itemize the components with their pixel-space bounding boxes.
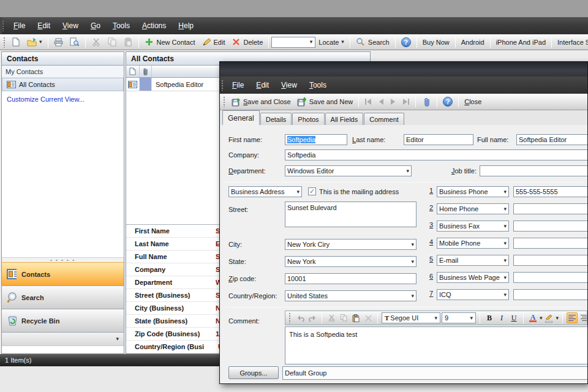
- phone-5-input[interactable]: [513, 255, 587, 266]
- underline-button[interactable]: U: [508, 312, 519, 323]
- phone-7-type-combobox[interactable]: ICQ▾: [437, 289, 509, 300]
- tab-photos[interactable]: Photos: [292, 113, 324, 125]
- comment-paste-button[interactable]: [350, 312, 361, 323]
- nav-contacts-button[interactable]: Contacts: [2, 262, 124, 285]
- tab-general[interactable]: General: [222, 110, 260, 125]
- dialog-menu-edit[interactable]: Edit: [250, 78, 275, 92]
- copy-button[interactable]: [104, 36, 120, 48]
- font-color-caret-icon[interactable]: ▾: [540, 315, 543, 321]
- phone-6-type-combobox[interactable]: Business Web Page▾: [437, 272, 509, 283]
- sidebar-splitter[interactable]: • • • • •: [2, 257, 124, 262]
- phone-3-type-combobox[interactable]: Business Fax▾: [437, 221, 509, 232]
- tab-details[interactable]: Details: [260, 113, 292, 125]
- phone-6-input[interactable]: [513, 272, 587, 283]
- customize-view-link[interactable]: Customize Current View...: [2, 91, 124, 107]
- bold-button[interactable]: B: [484, 312, 495, 323]
- phone-4-input[interactable]: [513, 238, 587, 249]
- address-type-combobox[interactable]: Business Address▾: [228, 186, 302, 197]
- phone-3-input[interactable]: [513, 221, 587, 232]
- locate-button[interactable]: Locate▾: [315, 37, 347, 47]
- phone-2-input[interactable]: [513, 203, 587, 214]
- previous-record-button[interactable]: [375, 97, 387, 106]
- new-contact-button[interactable]: New Contact: [141, 36, 198, 48]
- font-family-combobox[interactable]: TSegoe UI▾: [382, 312, 440, 323]
- search-button[interactable]: Search: [353, 36, 393, 48]
- last-record-button[interactable]: [399, 97, 413, 106]
- align-left-button[interactable]: [567, 312, 578, 323]
- open-button[interactable]: ▾: [24, 36, 45, 48]
- dialog-menu-tools[interactable]: Tools: [303, 78, 333, 92]
- department-combobox[interactable]: Windows Editor▾: [285, 165, 412, 176]
- comment-delete-button[interactable]: [363, 312, 374, 323]
- phone-1-input[interactable]: 555-555-5555: [513, 186, 587, 197]
- attachment-column-header[interactable]: [140, 66, 152, 77]
- help-button[interactable]: ?: [398, 36, 414, 48]
- first-record-button[interactable]: [361, 97, 375, 106]
- tab-comment[interactable]: Comment: [364, 113, 404, 125]
- close-button[interactable]: Close: [461, 97, 484, 107]
- phone-2-type-combobox[interactable]: Home Phone▾: [437, 203, 509, 214]
- phone-4-type-combobox[interactable]: Mobile Phone▾: [437, 238, 509, 249]
- menu-tools[interactable]: Tools: [107, 19, 136, 32]
- edit-button[interactable]: Edit: [198, 36, 228, 48]
- quick-search-combobox[interactable]: ▾: [271, 37, 315, 48]
- menu-actions[interactable]: Actions: [136, 19, 172, 32]
- redo-button[interactable]: [307, 312, 318, 323]
- menu-edit[interactable]: Edit: [31, 19, 56, 32]
- align-center-button[interactable]: [579, 312, 587, 323]
- state-combobox[interactable]: New York▾: [285, 256, 417, 267]
- font-size-combobox[interactable]: 9▾: [442, 312, 476, 323]
- next-record-button[interactable]: [387, 97, 399, 106]
- italic-button[interactable]: I: [496, 312, 507, 323]
- nav-search-button[interactable]: Search: [2, 285, 124, 309]
- tab-all-fields[interactable]: All Fields: [325, 113, 364, 125]
- city-combobox[interactable]: New York Ciry▾: [285, 239, 417, 250]
- menu-go[interactable]: Go: [85, 19, 107, 32]
- country-region-combobox[interactable]: United States▾: [285, 290, 417, 301]
- print-preview-button[interactable]: [67, 36, 83, 48]
- delete-button[interactable]: Delete: [228, 36, 266, 48]
- comment-copy-button[interactable]: [338, 312, 349, 323]
- menu-file[interactable]: File: [7, 19, 31, 32]
- cut-button[interactable]: [88, 36, 104, 48]
- nav-options-strip[interactable]: ▾: [2, 332, 124, 345]
- mailing-address-checkbox[interactable]: ✓: [308, 187, 316, 195]
- font-color-button[interactable]: A: [527, 312, 538, 323]
- menu-view[interactable]: View: [56, 19, 85, 32]
- paste-button[interactable]: [120, 36, 136, 48]
- full-name-input[interactable]: Softpedia Editor: [516, 134, 587, 145]
- comment-cut-button[interactable]: [326, 312, 337, 323]
- android-button[interactable]: Android: [458, 37, 488, 47]
- save-and-new-button[interactable]: Save and New: [294, 96, 356, 108]
- print-button[interactable]: [51, 36, 67, 48]
- street-textarea[interactable]: Sunset Bulevard: [285, 202, 417, 227]
- undo-button[interactable]: [295, 312, 306, 323]
- groups-button[interactable]: Groups...: [228, 366, 279, 379]
- groups-value-field[interactable]: Default Group: [282, 366, 587, 380]
- job-title-input[interactable]: [480, 165, 587, 176]
- zip-code-input[interactable]: 10001: [285, 273, 417, 284]
- iphone-ipad-button[interactable]: iPhone And iPad: [493, 37, 549, 47]
- menu-help[interactable]: Help: [172, 19, 200, 32]
- phone-1-type-combobox[interactable]: Business Phone▾: [437, 186, 509, 197]
- company-input[interactable]: Softpedia: [285, 149, 587, 160]
- dialog-menu-file[interactable]: File: [226, 78, 250, 92]
- buy-now-button[interactable]: Buy Now: [420, 37, 453, 47]
- nav-recycle-bin-button[interactable]: Recycle Bin: [2, 309, 124, 332]
- phone-7-input[interactable]: [513, 289, 587, 300]
- first-name-input[interactable]: Softpedia: [285, 134, 347, 145]
- highlight-button[interactable]: [544, 312, 555, 323]
- sidebar-item-all-contacts[interactable]: All Contacts: [2, 78, 124, 91]
- new-document-button[interactable]: [8, 36, 24, 48]
- dialog-help-button[interactable]: ?: [440, 96, 456, 108]
- icon-column-header[interactable]: [126, 66, 140, 77]
- interface-button[interactable]: Interface S: [554, 37, 588, 47]
- dialog-menu-view[interactable]: View: [275, 78, 303, 92]
- open-dropdown-caret[interactable]: ▾: [39, 39, 42, 45]
- attach-file-button[interactable]: [418, 96, 434, 108]
- comment-textarea[interactable]: This is a Softpedia test: [285, 326, 587, 364]
- last-name-input[interactable]: Editor: [404, 134, 473, 145]
- dialog-titlebar[interactable]: [220, 62, 587, 77]
- phone-5-type-combobox[interactable]: E-mail▾: [437, 255, 509, 266]
- highlight-caret-icon[interactable]: ▾: [556, 315, 559, 321]
